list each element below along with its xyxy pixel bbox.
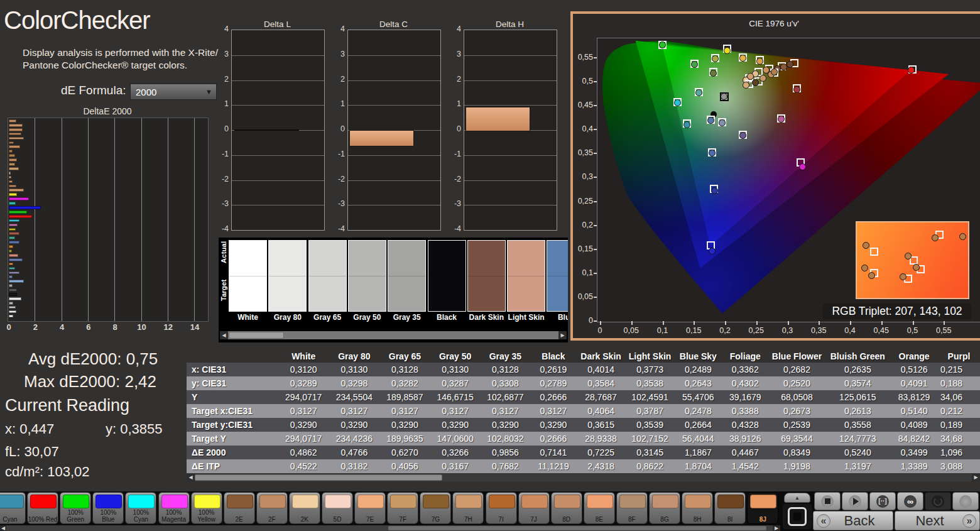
patch-color-chip [0, 495, 24, 508]
deltae-bar [9, 185, 16, 188]
deltae-bar [9, 254, 18, 257]
range-button[interactable]: [··] [869, 492, 896, 510]
back-button[interactable]: « Back [813, 511, 893, 530]
scroll-right-icon[interactable]: ▶ [558, 331, 567, 339]
deltae-bar [9, 137, 24, 140]
refresh-button[interactable] [925, 492, 951, 510]
swatch-gray-65[interactable] [309, 241, 346, 311]
scroll-left-icon[interactable]: ◀ [220, 331, 228, 339]
patch-tile-7G[interactable]: 7G [420, 492, 451, 524]
scroll-left-icon[interactable]: ◀ [187, 474, 195, 481]
table-scrollbar[interactable]: ◀ ▶ [187, 474, 980, 481]
patch-tile-2F[interactable]: 2F [256, 492, 288, 524]
cie-measured-point [691, 61, 698, 68]
table-cell: 0,3127 [329, 404, 379, 418]
inset-measured-point [959, 233, 966, 240]
patch-tile-100Red[interactable]: 100% Red [27, 492, 58, 524]
patch-tile-7F[interactable]: 7F [387, 492, 418, 524]
patch-tile-label: 8D [552, 517, 582, 523]
table-cell: 234,5504 [329, 390, 379, 404]
deltae-bar [9, 275, 13, 278]
table-scrollbar-thumb[interactable] [195, 474, 442, 481]
patch-tile-8J[interactable]: 8J [747, 492, 778, 524]
patch-tile-7J[interactable]: 7J [518, 492, 550, 524]
table-cell: 0,3298 [329, 376, 379, 390]
blank-button[interactable] [952, 492, 979, 510]
delta-bar [466, 107, 530, 131]
patch-tile-Cyan[interactable]: Cyan [0, 492, 26, 524]
scroll-up-button[interactable]: ▲ [784, 493, 810, 503]
patch-tile-8H[interactable]: 8H [682, 492, 713, 524]
axis-tick-label: 4 [445, 25, 461, 33]
patch-tile-7H[interactable]: 7H [452, 492, 484, 524]
patch-tile-8D[interactable]: 8D [551, 492, 582, 524]
axis-tick-label: 0 [212, 124, 229, 133]
patch-color-chip [259, 495, 286, 508]
de-formula-dropdown[interactable]: 2000 ▼ [130, 84, 217, 100]
patch-color-chip [227, 495, 253, 508]
patch-tile-7E[interactable]: 7E [354, 492, 386, 524]
patch-tile-2E[interactable]: 2E [224, 492, 255, 524]
deltae-bar [9, 297, 21, 300]
axis-tick-label: 4 [329, 25, 345, 33]
deltae-bar-chart [8, 118, 209, 322]
swatch-scrollbar-thumb[interactable] [229, 332, 284, 339]
patch-tile-8F[interactable]: 8F [616, 492, 648, 524]
infinity-button[interactable]: ∞ [897, 492, 923, 510]
tiles-scrollbar-thumb[interactable] [388, 526, 766, 530]
patch-tile-100Yellow[interactable]: 100% Yellow [191, 492, 222, 524]
stop-button[interactable] [814, 492, 841, 510]
gridline [194, 118, 195, 321]
axis-tick-label: -2 [329, 175, 345, 183]
axis-tick-label: 4 [212, 25, 229, 33]
stop-pattern-button[interactable] [783, 504, 812, 529]
swatch-scrollbar[interactable]: ◀▶ [220, 331, 567, 339]
swatch-gray-35[interactable] [388, 241, 425, 311]
deltae-bar [9, 172, 11, 175]
patch-tile-8E[interactable]: 8E [584, 492, 615, 524]
patch-tile-label: 100% Blue [93, 510, 123, 523]
axis-tick [913, 321, 914, 325]
patch-tile-2K[interactable]: 2K [289, 492, 320, 524]
patch-tile-100Cyan[interactable]: 100% Cyan [125, 492, 156, 524]
swatch-gray-50[interactable] [349, 241, 386, 311]
cie-measured-point [793, 86, 800, 93]
patch-tile-5D[interactable]: 5D [322, 492, 353, 524]
table-cell: 0,4467 [722, 446, 769, 459]
tiles-scrollbar[interactable]: ◀ ▶ [0, 525, 780, 531]
patch-tile-label: 7H [453, 517, 483, 523]
patch-tile-100Blue[interactable]: 100% Blue [92, 492, 124, 524]
swatch-dark-skin[interactable] [468, 241, 505, 311]
patch-tile-label: 7E [355, 517, 385, 523]
scroll-left-icon[interactable]: ◀ [0, 525, 6, 531]
axis-tick [594, 81, 597, 82]
patch-tile-8G[interactable]: 8G [649, 492, 680, 524]
table-cell: 0,3145 [625, 446, 675, 459]
swatch-gray-80[interactable] [269, 241, 306, 311]
swatch-light-skin[interactable] [508, 241, 545, 311]
patch-tile-7I[interactable]: 7I [486, 492, 517, 524]
table-cell: 1,9198 [769, 459, 825, 473]
next-button[interactable]: Next » [895, 511, 980, 530]
scroll-right-icon[interactable]: ▶ [972, 474, 980, 481]
table-cell: 102,7152 [625, 432, 675, 446]
scroll-right-icon[interactable]: ▶ [773, 525, 780, 531]
gridline [464, 205, 557, 205]
axis-tick-label: 0,05 [620, 326, 643, 335]
patch-tile-100Green[interactable]: 100% Green [60, 492, 91, 524]
deltae-bar [9, 288, 17, 292]
table-cell: 0,4014 [577, 363, 625, 376]
patch-tile-8I[interactable]: 8I [714, 492, 746, 524]
patch-tile-label: 100% Yellow [192, 510, 222, 523]
table-cell: 0,2613 [825, 404, 890, 418]
table-cell: 147,0600 [430, 432, 481, 446]
swatch-black[interactable] [428, 241, 466, 311]
inset-measured-point [900, 273, 906, 280]
table-cell: 1,1867 [675, 446, 722, 459]
patch-tile-100Magenta[interactable]: 100% Magenta [158, 492, 190, 524]
patch-tile-label: 2K [290, 517, 320, 523]
play-button[interactable] [842, 492, 868, 510]
table-cell: 0,6270 [379, 446, 430, 459]
swatch-white[interactable] [229, 241, 266, 311]
swatch-blue[interactable] [547, 241, 568, 311]
